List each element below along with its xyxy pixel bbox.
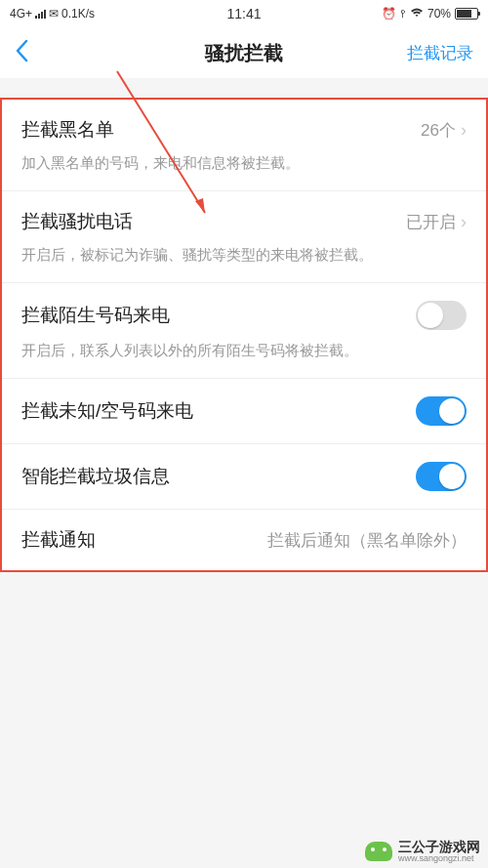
spam-msg-toggle[interactable] — [416, 462, 467, 491]
notify-row[interactable]: 拦截通知 拦截后通知（黑名单除外） — [2, 510, 486, 570]
watermark-logo-icon — [365, 842, 392, 861]
chevron-right-icon: › — [461, 120, 467, 141]
wechat-icon: ✉ — [49, 7, 59, 21]
alarm-icon: ⏰ — [382, 7, 396, 21]
watermark-url: www.sangongzi.net — [398, 854, 480, 864]
harass-label: 拦截骚扰电话 — [21, 209, 133, 234]
stranger-label: 拦截陌生号码来电 — [21, 303, 170, 328]
network-type: 4G+ — [10, 7, 32, 21]
wifi-icon — [410, 7, 424, 21]
status-left: 4G+ ✉ 0.1K/s — [10, 7, 95, 21]
signal-icon — [35, 10, 46, 19]
status-bar: 4G+ ✉ 0.1K/s 11:41 ⏰ ⫯ 70% — [0, 0, 488, 27]
unknown-label: 拦截未知/空号码来电 — [21, 398, 193, 424]
vibrate-icon: ⫯ — [400, 7, 406, 21]
watermark-name: 三公子游戏网 — [398, 840, 480, 854]
notify-value: 拦截后通知（黑名单除外） — [267, 529, 467, 552]
blacklist-label: 拦截黑名单 — [21, 117, 114, 143]
settings-list: 拦截黑名单 26个 › 加入黑名单的号码，来电和信息将被拦截。 拦截骚扰电话 已… — [0, 98, 488, 572]
spam-msg-label: 智能拦截垃圾信息 — [21, 464, 170, 489]
page-title: 骚扰拦截 — [205, 40, 283, 66]
status-right: ⏰ ⫯ 70% — [382, 7, 478, 21]
back-button[interactable] — [15, 39, 28, 66]
unknown-row: 拦截未知/空号码来电 — [2, 379, 486, 444]
blacklist-value: 26个 › — [421, 119, 467, 142]
unknown-toggle[interactable] — [416, 396, 467, 426]
stranger-toggle[interactable] — [416, 301, 467, 330]
stranger-row: 拦截陌生号码来电 开启后，联系人列表以外的所有陌生号码将被拦截。 — [2, 283, 486, 379]
harass-row[interactable]: 拦截骚扰电话 已开启 › 开启后，被标记为诈骗、骚扰等类型的来电将被拦截。 — [2, 191, 486, 283]
block-records-button[interactable]: 拦截记录 — [407, 42, 473, 64]
harass-value: 已开启 › — [406, 211, 467, 233]
header: 骚扰拦截 拦截记录 — [0, 27, 488, 78]
battery-icon — [455, 8, 478, 20]
blacklist-row[interactable]: 拦截黑名单 26个 › 加入黑名单的号码，来电和信息将被拦截。 — [2, 100, 486, 191]
stranger-desc: 开启后，联系人列表以外的所有陌生号码将被拦截。 — [21, 342, 467, 360]
harass-desc: 开启后，被标记为诈骗、骚扰等类型的来电将被拦截。 — [21, 246, 467, 265]
notify-label: 拦截通知 — [21, 527, 96, 553]
chevron-right-icon: › — [461, 212, 467, 232]
blacklist-desc: 加入黑名单的号码，来电和信息将被拦截。 — [21, 154, 467, 173]
status-time: 11:41 — [226, 6, 261, 21]
watermark: 三公子游戏网 www.sangongzi.net — [365, 840, 480, 864]
spam-msg-row: 智能拦截垃圾信息 — [2, 444, 486, 510]
data-speed: 0.1K/s — [61, 7, 95, 21]
battery-pct: 70% — [427, 7, 451, 21]
